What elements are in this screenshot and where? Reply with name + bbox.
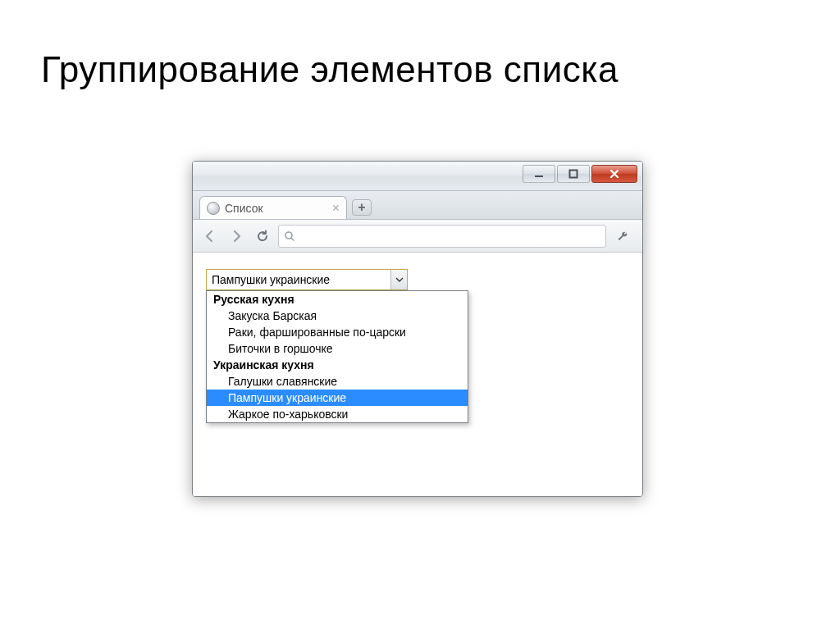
close-icon — [609, 168, 620, 180]
svg-line-3 — [291, 238, 294, 240]
search-icon — [284, 230, 295, 242]
select-option[interactable]: Пампушки украинские — [207, 390, 468, 406]
plus-icon: + — [358, 201, 365, 214]
close-button[interactable] — [591, 165, 637, 183]
select-value: Пампушки украинские — [207, 273, 390, 286]
address-bar[interactable] — [278, 225, 606, 248]
globe-icon — [207, 202, 220, 215]
tab-strip: Список × + — [193, 191, 642, 220]
browser-tab[interactable]: Список × — [199, 196, 347, 219]
select-option[interactable]: Биточки в горшочке — [207, 340, 468, 357]
select-dropdown: Русская кухня Закуска Барская Раки, фарш… — [206, 290, 468, 423]
select-option[interactable]: Галушки славянские — [207, 373, 468, 390]
browser-window: Список × + Пампушки украинские — [192, 161, 643, 497]
select-input[interactable]: Пампушки украинские — [206, 269, 408, 290]
select-arrow-button[interactable] — [390, 270, 407, 289]
toolbar — [193, 220, 642, 253]
arrow-right-icon — [229, 229, 244, 244]
minimize-button[interactable] — [523, 165, 555, 183]
slide-title: Группирование элементов списка — [41, 49, 619, 90]
optgroup-label: Русская кухня — [207, 291, 468, 308]
select-option[interactable]: Раки, фаршированные по-царски — [207, 324, 468, 340]
minimize-icon — [534, 169, 544, 179]
reload-icon — [255, 229, 270, 244]
maximize-button[interactable] — [557, 165, 590, 183]
page-content: Пампушки украинские Русская кухня Закуск… — [193, 253, 642, 496]
select-option[interactable]: Жаркое по-харьковски — [207, 406, 468, 422]
settings-button[interactable] — [611, 229, 636, 244]
titlebar — [193, 162, 642, 191]
chevron-down-icon — [395, 276, 404, 284]
arrow-left-icon — [203, 229, 217, 244]
optgroup-label: Украинская кухня — [207, 357, 468, 373]
svg-rect-1 — [570, 171, 578, 178]
forward-button[interactable] — [226, 226, 247, 247]
reload-button[interactable] — [252, 226, 273, 247]
svg-rect-0 — [535, 175, 543, 177]
wrench-icon — [616, 229, 631, 244]
tab-title: Список — [225, 202, 263, 215]
select-option[interactable]: Закуска Барская — [207, 308, 468, 324]
back-button[interactable] — [199, 226, 221, 247]
maximize-icon — [568, 169, 578, 179]
new-tab-button[interactable]: + — [352, 199, 372, 216]
tab-close-icon[interactable]: × — [332, 202, 340, 215]
